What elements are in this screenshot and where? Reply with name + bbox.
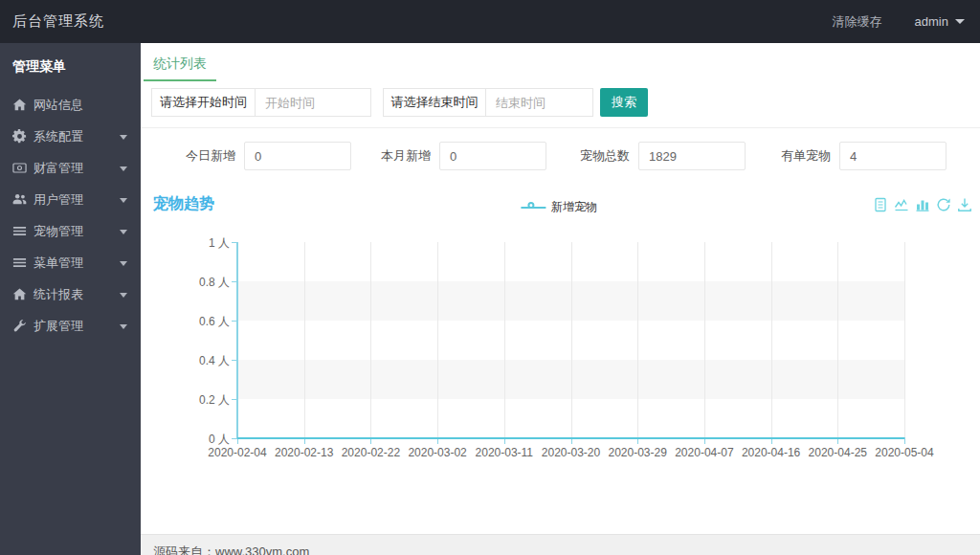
tab-bar: 统计列表: [141, 43, 980, 83]
caret-down-icon: [120, 166, 127, 171]
sidebar-item-label: 用户管理: [33, 191, 83, 209]
legend-label: 新增宠物: [551, 199, 597, 215]
caret-down-icon: [120, 198, 127, 203]
sidebar-item-1[interactable]: 系统配置: [0, 121, 141, 152]
sidebar-item-7[interactable]: 扩展管理: [0, 310, 141, 342]
stat-group-2: 宠物总数: [580, 142, 746, 170]
sidebar-item-label: 财富管理: [33, 160, 83, 177]
search-form: 请选择开始时间 请选择结束时间 搜索: [141, 88, 980, 117]
chart-plot-area: [237, 242, 904, 438]
caret-down-icon: [120, 230, 127, 234]
end-time-input[interactable]: [486, 88, 593, 117]
restore-icon[interactable]: [936, 197, 951, 212]
stat-group-3: 有单宠物: [781, 142, 947, 170]
clear-cache-link[interactable]: 清除缓存: [833, 13, 882, 31]
legend-line-marker-icon: [521, 207, 546, 209]
username: admin: [915, 14, 948, 29]
sidebar-item-0[interactable]: 网站信息: [0, 89, 141, 121]
caret-down-icon: [120, 135, 127, 140]
sidebar-header: 管理菜单: [0, 43, 141, 89]
search-button[interactable]: 搜索: [600, 88, 648, 117]
stat-label: 本月新增: [381, 147, 431, 165]
sidebar-item-4[interactable]: 宠物管理: [0, 215, 141, 247]
start-time-label: 请选择开始时间: [151, 88, 256, 117]
user-menu[interactable]: admin: [915, 14, 965, 29]
start-time-group: 请选择开始时间: [151, 88, 371, 117]
y-axis-tick-label: 0.8 人: [172, 275, 230, 291]
home-icon: [12, 287, 27, 301]
stat-group-1: 本月新增: [381, 142, 546, 170]
stat-value-input[interactable]: [439, 142, 546, 170]
sidebar-item-2[interactable]: 财富管理: [0, 152, 141, 184]
chart-legend-item[interactable]: 新增宠物: [521, 199, 597, 215]
stat-value-input[interactable]: [638, 142, 746, 170]
y-axis-tick-label: 0.6 人: [172, 314, 230, 330]
page: 后台管理系统 清除缓存 admin 管理菜单 网站信息系统配置财富管理用户管理宠…: [0, 0, 980, 555]
stat-value-input[interactable]: [244, 142, 351, 170]
list-icon: [12, 255, 27, 270]
sidebar-item-label: 扩展管理: [33, 318, 83, 335]
tab-statistics-list[interactable]: 统计列表: [144, 43, 216, 81]
list-icon: [12, 224, 27, 238]
divider: [141, 127, 980, 128]
main-content: 统计列表 请选择开始时间 请选择结束时间 搜索 今日新增本月新增宠物总数有单宠物…: [141, 43, 980, 534]
sidebar-item-label: 宠物管理: [33, 223, 83, 240]
end-time-label: 请选择结束时间: [383, 88, 486, 117]
stat-group-0: 今日新增: [186, 142, 351, 170]
home-icon: [12, 98, 27, 112]
caret-down-icon: [120, 293, 127, 298]
stat-value-input[interactable]: [839, 142, 947, 170]
sidebar-item-6[interactable]: 统计报表: [0, 278, 141, 310]
y-axis-tick-label: 0.4 人: [172, 353, 230, 369]
money-icon: [12, 161, 27, 175]
stats-row: 今日新增本月新增宠物总数有单宠物: [141, 142, 980, 170]
caret-down-icon: [120, 261, 127, 266]
cogs-icon: [12, 129, 27, 144]
footer: 源码来自：www.330vm.com: [141, 534, 980, 555]
footer-text: 源码来自：www.330vm.com: [153, 544, 309, 555]
start-time-input[interactable]: [256, 88, 371, 117]
download-icon[interactable]: [957, 197, 972, 212]
y-axis-tick-label: 1 人: [172, 235, 230, 252]
topbar-actions: 清除缓存 admin: [833, 13, 980, 31]
users-icon: [12, 192, 27, 207]
chart-toolbox: [873, 197, 972, 212]
sidebar-item-3[interactable]: 用户管理: [0, 184, 141, 215]
sidebar: 管理菜单 网站信息系统配置财富管理用户管理宠物管理菜单管理统计报表扩展管理: [0, 43, 141, 555]
topbar: 后台管理系统 清除缓存 admin: [0, 0, 980, 43]
sidebar-nav: 网站信息系统配置财富管理用户管理宠物管理菜单管理统计报表扩展管理: [0, 89, 141, 342]
sidebar-item-label: 系统配置: [33, 128, 83, 145]
bar-chart-icon[interactable]: [915, 197, 930, 212]
stat-label: 有单宠物: [781, 147, 831, 165]
stat-label: 宠物总数: [580, 147, 630, 165]
sidebar-item-5[interactable]: 菜单管理: [0, 247, 141, 278]
sidebar-item-label: 统计报表: [33, 286, 83, 303]
caret-down-icon: [955, 19, 965, 24]
wrench-icon: [12, 319, 27, 333]
y-axis-tick-label: 0.2 人: [172, 392, 230, 409]
sidebar-item-label: 菜单管理: [33, 255, 83, 272]
stat-label: 今日新增: [186, 147, 235, 165]
data-view-icon[interactable]: [873, 197, 888, 212]
sidebar-item-label: 网站信息: [33, 97, 83, 114]
chart-title: 宠物趋势: [153, 194, 214, 214]
end-time-group: 请选择结束时间: [383, 88, 593, 117]
line-chart-icon[interactable]: [894, 197, 909, 212]
caret-down-icon: [120, 324, 127, 329]
x-axis-tick-label: 2020-05-04: [861, 446, 947, 459]
app-title: 后台管理系统: [0, 12, 104, 31]
